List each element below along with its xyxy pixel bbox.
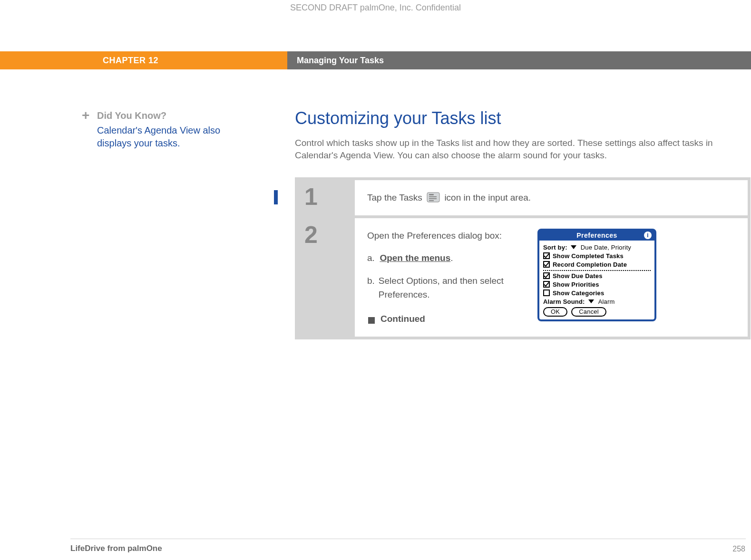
step-2-intro: Open the Preferences dialog box: [367, 229, 524, 242]
step-2-b-text: Select Options, and then select Preferen… [379, 274, 524, 302]
checkbox-show-priorities[interactable] [543, 281, 550, 288]
sort-by-value: Due Date, Priority [581, 244, 631, 251]
did-you-know-sidebar: + Did You Know? Calendar's Agenda View a… [82, 110, 224, 150]
show-priorities-label: Show Priorities [553, 281, 599, 288]
chapter-label: CHAPTER 12 [103, 56, 158, 66]
checkbox-record-completion[interactable] [543, 261, 550, 268]
step-1-text: Tap the Tasks icon in the input area. [367, 191, 735, 204]
step-2-a-suffix: . [450, 253, 453, 263]
did-you-know-title: Did You Know? [97, 110, 224, 121]
chapter-title-container: Managing Your Tasks [287, 51, 751, 69]
dropdown-arrow-icon [588, 299, 594, 303]
preferences-dialog: Preferences i Sort by: Due Date, Priorit… [537, 229, 656, 321]
svg-rect-3 [429, 198, 437, 199]
continued-indicator: Continued [367, 312, 524, 326]
prefs-divider [543, 270, 651, 271]
show-priorities-row[interactable]: Show Priorities [543, 281, 651, 288]
step-2-a-prefix: a. [367, 253, 375, 263]
step-2-body: Open the Preferences dialog box: a. Open… [355, 218, 748, 337]
step-1-number: 1 [304, 185, 318, 209]
record-completion-label: Record Completion Date [553, 261, 627, 268]
step-2-b-prefix: b. [367, 274, 375, 302]
step-2-number: 2 [304, 223, 318, 247]
change-bar-marker [274, 190, 278, 204]
record-completion-row[interactable]: Record Completion Date [543, 261, 651, 268]
step-1: 1 Tap the Tasks [298, 180, 748, 215]
show-due-dates-row[interactable]: Show Due Dates [543, 272, 651, 280]
alarm-sound-label: Alarm Sound: [543, 298, 585, 305]
step-2-number-cell: 2 [298, 218, 355, 337]
tasks-icon [427, 192, 440, 203]
svg-rect-1 [429, 194, 434, 195]
steps-container: 1 Tap the Tasks [295, 177, 751, 339]
step-1-body: Tap the Tasks icon in the input area. [355, 180, 748, 215]
show-categories-label: Show Categories [553, 290, 604, 297]
chapter-label-container: CHAPTER 12 [0, 51, 287, 69]
step-2-item-b: b. Select Options, and then select Prefe… [367, 274, 524, 302]
sort-by-label: Sort by: [543, 244, 567, 251]
draft-confidential-header: SECOND DRAFT palmOne, Inc. Confidential [0, 3, 751, 13]
plus-icon: + [82, 110, 92, 121]
svg-rect-2 [429, 196, 437, 197]
preferences-title-bar: Preferences i [539, 231, 654, 241]
step-2-text: Open the Preferences dialog box: a. Open… [367, 229, 524, 326]
page-heading: Customizing your Tasks list [295, 108, 742, 128]
footer-page-number: 258 [732, 545, 745, 553]
alarm-sound-value: Alarm [598, 298, 615, 305]
checkbox-show-completed[interactable] [543, 252, 550, 259]
show-categories-row[interactable]: Show Categories [543, 290, 651, 297]
show-completed-label: Show Completed Tasks [553, 252, 624, 260]
step-2-item-a: a. Open the menus. [367, 251, 524, 265]
checkbox-show-categories[interactable] [543, 290, 550, 296]
step-1-number-cell: 1 [298, 180, 355, 215]
step-1-text-after: icon in the input area. [444, 193, 531, 203]
info-icon[interactable]: i [644, 232, 652, 239]
continued-label: Continued [380, 312, 425, 326]
chapter-title: Managing Your Tasks [297, 56, 384, 66]
did-you-know-body: Calendar's Agenda View also displays you… [82, 124, 224, 150]
sort-by-row[interactable]: Sort by: Due Date, Priority [543, 244, 651, 251]
continued-arrow-icon [367, 315, 376, 323]
show-completed-row[interactable]: Show Completed Tasks [543, 252, 651, 260]
svg-rect-4 [429, 200, 434, 201]
checkbox-show-due-dates[interactable] [543, 272, 550, 279]
ok-button[interactable]: OK [543, 307, 567, 317]
footer-rule [70, 539, 746, 539]
footer-product: LifeDrive from palmOne [70, 544, 162, 553]
chapter-bar: CHAPTER 12 Managing Your Tasks [0, 51, 751, 69]
dropdown-arrow-icon [571, 245, 576, 249]
preferences-title: Preferences [576, 232, 617, 239]
cancel-button[interactable]: Cancel [571, 307, 606, 317]
alarm-sound-row[interactable]: Alarm Sound: Alarm [543, 298, 651, 305]
step-2: 2 Open the Preferences dialog box: a. Op… [298, 218, 748, 337]
open-the-menus-link[interactable]: Open the menus [380, 253, 450, 263]
step-1-text-before: Tap the Tasks [367, 193, 422, 203]
show-due-dates-label: Show Due Dates [553, 272, 603, 280]
page-intro: Control which tasks show up in the Tasks… [295, 137, 742, 161]
